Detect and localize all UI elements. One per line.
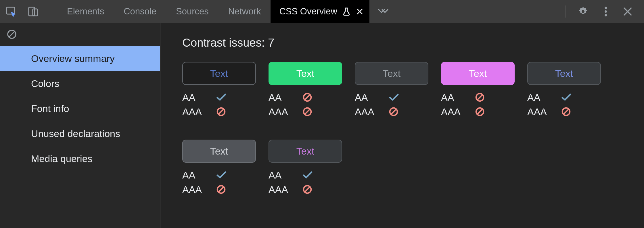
close-tab-icon[interactable] [356,8,363,15]
aaa-label: AAA [527,106,561,117]
no-entry-icon [302,92,312,102]
inspect-element-icon[interactable] [5,5,17,18]
css-overview-sidebar: Overview summary Colors Font info Unused… [0,23,160,228]
contrast-ratings: AAAAA [269,168,342,197]
aaa-label: AAA [182,106,216,117]
sidebar-item-media-queries[interactable]: Media queries [0,146,160,171]
separator [566,5,566,18]
no-entry-icon [302,185,312,194]
flask-icon [342,7,350,16]
contrast-ratings: AAAAA [182,168,256,197]
color-swatch[interactable]: Text [182,140,256,163]
contrast-ratings: AAAAA [355,90,428,119]
svg-point-6 [605,7,607,9]
contrast-ratings: AAAAA [441,90,515,119]
svg-line-12 [218,109,224,114]
aaa-label: AAA [182,184,216,195]
no-entry-icon [475,92,485,102]
tabbar-right-icons [577,6,639,17]
checkmark-icon [216,171,227,179]
checkmark-icon [302,171,313,179]
color-swatch[interactable]: Text [527,62,601,85]
svg-line-16 [305,109,310,114]
contrast-swatch[interactable]: TextAAAAA [182,140,256,197]
no-entry-icon [561,107,571,117]
svg-line-10 [9,31,15,37]
contrast-swatch[interactable]: TextAAAAA [269,62,342,119]
aaa-label: AAA [355,106,389,117]
contrast-swatch[interactable]: TextAAAAA [441,62,515,119]
tab-elements[interactable]: Elements [57,0,114,23]
color-swatch[interactable]: Text [182,62,256,85]
tab-console[interactable]: Console [114,0,166,23]
tab-network[interactable]: Network [218,0,271,23]
contrast-swatch[interactable]: TextAAAAA [182,62,256,119]
tab-sources[interactable]: Sources [166,0,218,23]
sidebar-item-colors[interactable]: Colors [0,71,160,96]
color-swatch[interactable]: Text [269,62,342,85]
aa-label: AA [182,170,216,181]
svg-line-18 [391,109,396,114]
color-swatch[interactable]: Text [355,62,428,85]
contrast-swatch[interactable]: TextAAAAA [355,62,428,119]
css-overview-main: Contrast issues: 7 TextAAAAATextAAAAATex… [160,23,644,228]
svg-point-8 [605,14,607,16]
settings-gear-icon[interactable] [577,6,589,17]
svg-line-14 [305,95,310,100]
tab-strip: Elements Console Sources Network CSS Ove… [57,0,369,23]
no-entry-icon [475,107,485,117]
toggle-device-icon[interactable] [27,5,39,18]
no-entry-icon [216,107,226,117]
aa-label: AA [269,170,302,181]
svg-line-20 [477,95,482,100]
svg-line-24 [564,109,569,114]
separator [49,5,49,18]
kebab-menu-icon[interactable] [603,6,608,17]
sidebar-list: Overview summary Colors Font info Unused… [0,46,160,171]
color-swatch[interactable]: Text [441,62,515,85]
aaa-label: AAA [269,106,302,117]
contrast-swatch[interactable]: TextAAAAA [527,62,601,119]
sidebar-item-overview-summary[interactable]: Overview summary [0,46,160,71]
sidebar-item-font-info[interactable]: Font info [0,96,160,121]
aa-label: AA [355,92,389,103]
aa-label: AA [441,92,475,103]
checkmark-icon [389,93,399,102]
contrast-ratings: AAAAA [527,90,601,119]
aaa-label: AAA [269,184,302,195]
section-heading: Contrast issues: 7 [182,36,644,49]
no-entry-icon [216,185,226,194]
svg-line-26 [218,187,224,192]
tabbar-left-icons [5,5,39,18]
contrast-ratings: AAAAA [182,90,256,119]
aa-label: AA [182,92,216,103]
contrast-swatch[interactable]: TextAAAAA [269,140,342,197]
contrast-swatch-grid: TextAAAAATextAAAAATextAAAAATextAAAAAText… [182,62,644,197]
color-swatch[interactable]: Text [269,140,342,163]
aa-label: AA [527,92,561,103]
more-tabs-icon[interactable] [377,7,389,16]
aa-label: AA [269,92,302,103]
svg-point-7 [605,10,607,13]
checkmark-icon [216,93,227,102]
devtools-tabbar: Elements Console Sources Network CSS Ove… [0,0,644,23]
svg-line-28 [305,187,310,192]
close-devtools-icon[interactable] [623,7,632,16]
panel-split: Overview summary Colors Font info Unused… [0,23,644,228]
no-entry-icon [302,107,312,117]
clear-overview-icon[interactable] [0,27,160,40]
contrast-ratings: AAAAA [269,90,342,119]
tab-css-overview[interactable]: CSS Overview [271,0,369,23]
no-entry-icon [389,107,398,117]
svg-line-22 [477,109,482,114]
svg-rect-2 [33,9,38,16]
checkmark-icon [561,93,572,102]
aaa-label: AAA [441,106,475,117]
sidebar-item-unused-declarations[interactable]: Unused declarations [0,121,160,146]
